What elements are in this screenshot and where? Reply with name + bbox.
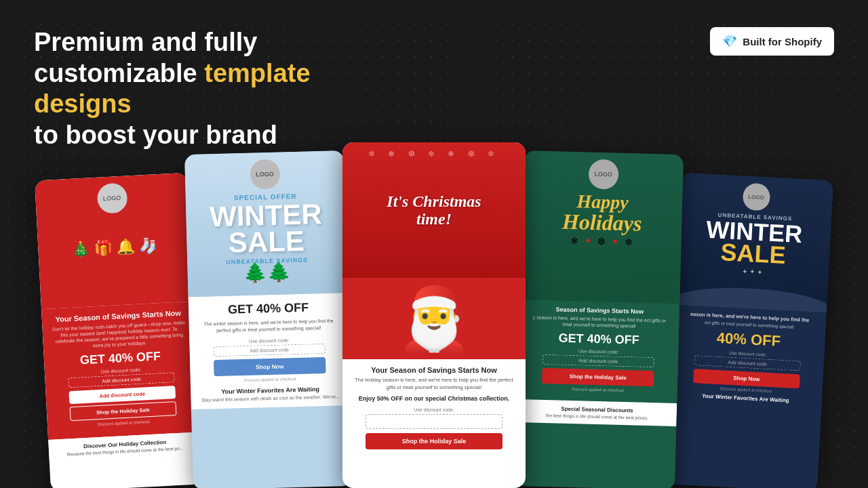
- card4-footer: Special Seasonal Discounts the best thin…: [517, 399, 677, 426]
- card2-desc: The winter season is here, and we're her…: [199, 317, 339, 334]
- built-for-shopify-label: Built for Shopify: [743, 36, 822, 47]
- card3-body: Your Season of Savings Starts Now The ho…: [342, 359, 526, 456]
- card5-top: LOGO UNBEATABLE SAVINGS WINTER SALE ✦ ✦ …: [674, 173, 833, 313]
- card4-btn[interactable]: Shop the Holiday Sale: [542, 368, 654, 386]
- card2-input[interactable]: Add discount code: [213, 343, 326, 356]
- card4-input[interactable]: Add discount code: [542, 354, 654, 367]
- card1-btn-primary[interactable]: Add discount code: [68, 386, 176, 404]
- card2-footer-desc: Stay warm this season with deals as cool…: [200, 394, 340, 402]
- card2-trees: 🌲🌲: [243, 260, 292, 284]
- card4-body: Season of Savings Starts Now y season is…: [517, 300, 679, 403]
- card1-desc: Don't let the holiday rush catch you off…: [52, 319, 186, 351]
- built-for-shopify-badge[interactable]: 💎 Built for Shopify: [710, 27, 834, 56]
- card4-decorations: ❄✦❆✦❄: [570, 235, 633, 247]
- card1-top: LOGO 🎄🎁🔔🧦: [35, 173, 194, 310]
- card1-logo: LOGO: [96, 182, 127, 214]
- card3-discount-label: Use discount code:: [353, 407, 515, 412]
- diamond-icon: 💎: [722, 34, 737, 49]
- card1-btn-secondary[interactable]: Shop the Holiday Sale: [69, 401, 176, 421]
- card4-offer: GET 40% OFF: [529, 331, 669, 348]
- card-christmas-center: It's Christmas time! 🎅 Your Season of Sa…: [342, 142, 526, 488]
- card3-santa-area: 🎅: [342, 278, 526, 359]
- headline: Premium and fully customizable template …: [34, 27, 387, 150]
- card2-logo: LOGO: [250, 159, 280, 190]
- card3-title: It's Christmas time!: [387, 192, 481, 228]
- card2-top: LOGO SPECIAL OFFER WINTER SALE UNBEATABL…: [184, 150, 347, 297]
- card4-holidays: Holidays: [562, 211, 642, 235]
- card2-applied-text: Discount applied at checkout: [200, 375, 340, 383]
- card2-body: GET 40% OFF The winter season is here, a…: [189, 293, 351, 409]
- card4-applied-text: Discount applied at checkout: [528, 386, 668, 394]
- card5-body: eason is here, and we're here to help yo…: [669, 304, 826, 411]
- card-blue-winter: LOGO SPECIAL OFFER WINTER SALE UNBEATABL…: [184, 150, 353, 488]
- cards-container: LOGO 🎄🎁🔔🧦 Your Season of Savings Starts …: [0, 142, 868, 488]
- card3-santa: 🎅: [396, 283, 472, 354]
- header: Premium and fully customizable template …: [34, 27, 834, 150]
- card4-top: LOGO Happy Holidays ❄✦❆✦❄: [520, 150, 684, 304]
- card3-top: It's Christmas time!: [342, 142, 526, 278]
- card-dark-winter: LOGO UNBEATABLE SAVINGS WINTER SALE ✦ ✦ …: [665, 173, 833, 488]
- card1-illustration: 🎄🎁🔔🧦: [71, 237, 157, 259]
- card2-sale: SALE: [229, 228, 305, 256]
- card5-sale: SALE: [720, 241, 787, 266]
- card3-subtitle: Your Season of Savings Starts Now: [353, 366, 515, 374]
- card-green-holidays: LOGO Happy Holidays ❄✦❆✦❄ Season of Savi…: [515, 150, 684, 488]
- card3-special-offer: Enjoy 50% OFF on our special Christmas c…: [353, 395, 515, 402]
- card3-input[interactable]: [366, 414, 502, 429]
- headline-part3: to boost your brand: [34, 121, 277, 149]
- card3-desc: The holiday season is here, and we're he…: [353, 377, 515, 391]
- card2-offer: GET 40% OFF: [198, 300, 338, 317]
- card1-body: Your Season of Savings Starts Now Don't …: [41, 301, 201, 440]
- card-red-holiday: LOGO 🎄🎁🔔🧦 Your Season of Savings Starts …: [35, 173, 203, 488]
- card4-desc: y season is here, and we're here to help…: [529, 314, 669, 330]
- card5-logo: LOGO: [742, 183, 770, 211]
- headline-part2: customizable: [34, 59, 204, 87]
- headline-part1: Premium and fully: [34, 28, 257, 56]
- card3-btn[interactable]: Shop the Holiday Sale: [366, 433, 502, 449]
- card4-logo: LOGO: [588, 159, 618, 190]
- card2-btn[interactable]: Shop Now: [214, 357, 326, 375]
- card5-stars: ✦ ✦ ✦: [742, 267, 762, 276]
